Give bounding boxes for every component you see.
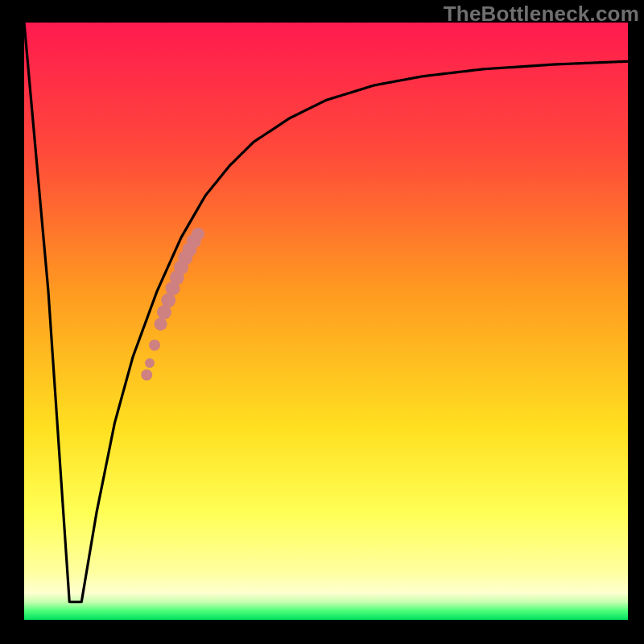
chart-frame: TheBottleneck.com [0,0,644,644]
bottleneck-chart [0,0,644,644]
highlight-dot [155,318,167,331]
highlight-dot [149,340,160,351]
plot-background [24,23,628,620]
watermark-text: TheBottleneck.com [444,2,639,27]
highlight-dot [145,358,155,368]
highlight-dot [141,369,152,381]
highlight-dot [192,228,204,241]
